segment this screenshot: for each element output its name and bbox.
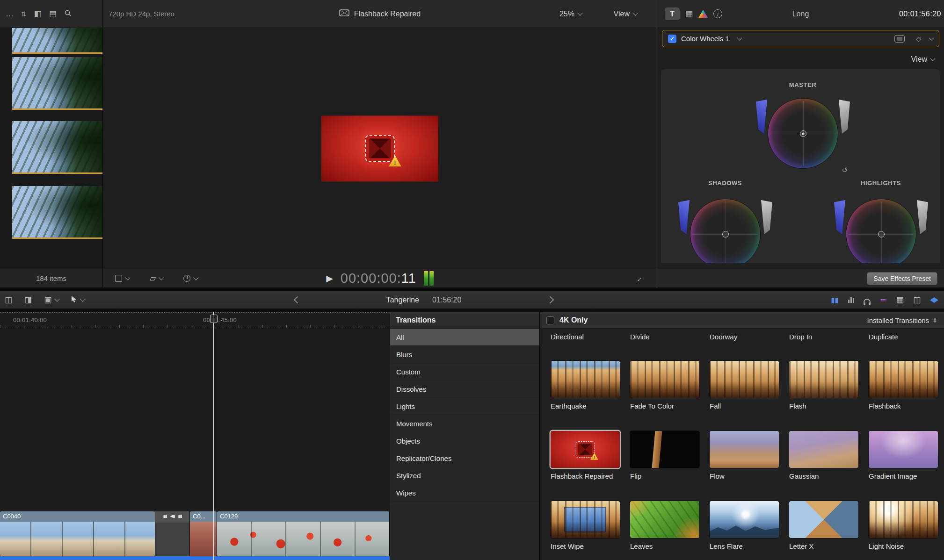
effect-row-color-wheels[interactable]: ✓ Color Wheels 1 ◇ <box>662 30 939 47</box>
highlights-color-wheel[interactable] <box>841 194 921 263</box>
previous-project-icon[interactable] <box>294 296 301 304</box>
tool-select-menu[interactable] <box>71 294 85 305</box>
text-inspector-tab[interactable]: T <box>665 7 680 20</box>
category-all[interactable]: All <box>390 329 539 346</box>
filmstrip-view-icon[interactable]: ▤ <box>49 10 57 18</box>
category-replicator-clones[interactable]: Replicator/Clones <box>390 450 539 467</box>
skimming-icon[interactable]: ▮▮ <box>831 296 839 304</box>
category-movements[interactable]: Movements <box>390 415 539 432</box>
timeline-index-icon[interactable]: ◫ <box>5 296 12 304</box>
transition-item[interactable]: Gradient Image <box>869 431 938 501</box>
zoom-menu[interactable]: 25% <box>559 10 582 18</box>
transition-item[interactable]: Flip <box>630 431 699 501</box>
transition-item[interactable]: Flash <box>789 361 858 431</box>
clip-appearance-icon[interactable]: ▦ <box>896 296 904 304</box>
fullscreen-icon[interactable]: ↔ <box>632 272 645 284</box>
saturation-handle[interactable] <box>756 98 767 134</box>
saturation-handle[interactable] <box>834 199 845 234</box>
transition-item[interactable]: Flow <box>710 431 779 501</box>
transition-label[interactable]: Directional <box>551 333 630 341</box>
transition-label[interactable]: Doorway <box>710 333 789 341</box>
brightness-handle[interactable] <box>839 98 850 134</box>
play-button[interactable]: ▶ <box>326 273 333 284</box>
timeline[interactable]: 00:01:40:00 00:01:45:00 C0040 ▮▮ ◀▮ ▮▮ C… <box>0 312 390 560</box>
category-stylized[interactable]: Stylized <box>390 467 539 484</box>
category-wipes[interactable]: Wipes <box>390 484 539 502</box>
master-color-wheel[interactable]: ↺ <box>763 93 843 173</box>
transition-item[interactable]: Letter X <box>789 501 858 560</box>
sort-updown-icon[interactable]: ⇅ <box>21 11 27 17</box>
snapping-icon[interactable]: ≕ <box>880 296 887 304</box>
distort-tool-menu[interactable]: ▱ <box>150 274 163 282</box>
transition-item[interactable]: Flashback <box>869 361 938 431</box>
color-inspector: ✓ Color Wheels 1 ◇ View MASTER SHADOWS H… <box>657 28 944 269</box>
transition-item[interactable]: Leaves <box>630 501 699 560</box>
next-project-icon[interactable] <box>547 296 554 304</box>
category-custom[interactable]: Custom <box>390 363 539 381</box>
effect-enable-checkbox[interactable]: ✓ <box>668 35 676 43</box>
save-effects-preset-button[interactable]: Save Effects Preset <box>867 272 937 285</box>
wheels-view-menu[interactable]: View <box>911 55 935 64</box>
playhead[interactable] <box>213 312 214 560</box>
audio-meter-icon[interactable] <box>848 297 854 303</box>
category-objects[interactable]: Objects <box>390 432 539 450</box>
brightness-handle[interactable] <box>917 199 928 234</box>
transition-item[interactable]: Gaussian <box>789 431 858 501</box>
color-inspector-tab[interactable] <box>698 10 708 18</box>
append-clip-menu[interactable]: ▣ <box>44 296 59 304</box>
browser-clip-thumbnail[interactable] <box>12 57 102 110</box>
transition-item[interactable]: Lens Flare <box>710 501 779 560</box>
installed-transitions-menu[interactable]: Installed Transitions ⇕ <box>867 316 937 324</box>
inspector-header: T ▦ i Long 00:01:56:20 <box>657 0 944 28</box>
missing-media-icon: ! <box>576 441 595 458</box>
timeline-clip[interactable]: C0129 <box>217 511 390 556</box>
browser-clip-thumbnail[interactable] <box>12 186 102 239</box>
effect-mask-icon[interactable] <box>894 35 905 43</box>
transition-label[interactable]: Divide <box>630 333 710 341</box>
crop-tool-menu[interactable] <box>115 275 130 282</box>
generator-inspector-tab[interactable]: ▦ <box>685 9 693 19</box>
category-dissolves[interactable]: Dissolves <box>390 381 539 398</box>
shadows-color-wheel[interactable] <box>685 194 765 263</box>
transition-item[interactable]: Earthquake <box>551 361 620 431</box>
transition-label[interactable]: Drop In <box>789 333 869 341</box>
transition-item[interactable]: Inset Wipe <box>551 501 620 560</box>
audio-meters[interactable] <box>424 271 434 286</box>
timeline-clip[interactable]: C0040 <box>0 511 155 556</box>
search-icon[interactable] <box>64 9 72 18</box>
reset-icon[interactable]: ↺ <box>842 166 848 174</box>
color-wheel-puck[interactable] <box>800 130 806 137</box>
viewer-view-menu[interactable]: View <box>614 10 637 18</box>
more-menu-icon[interactable]: … <box>6 10 14 18</box>
transition-item-selected[interactable]: ! Flashback Repaired <box>551 431 620 501</box>
transition-browser-icon[interactable] <box>930 297 938 303</box>
transition-label[interactable]: Duplicate <box>869 333 944 341</box>
effect-name: Color Wheels 1 <box>681 35 729 43</box>
saturation-handle[interactable] <box>678 199 690 234</box>
transition-item[interactable]: Fall <box>710 361 779 431</box>
4k-only-checkbox[interactable] <box>546 316 554 324</box>
info-inspector-tab[interactable]: i <box>713 9 722 18</box>
timeline-ruler[interactable]: 00:01:40:00 00:01:45:00 <box>0 312 390 328</box>
browser-clip-thumbnail[interactable] <box>12 28 102 54</box>
transition-item[interactable]: Fade To Color <box>630 361 699 431</box>
brightness-handle[interactable] <box>761 199 772 234</box>
duplicate-icon[interactable]: ◫ <box>913 296 921 304</box>
browser-clip-thumbnail[interactable] <box>12 121 102 174</box>
color-wheel-puck[interactable] <box>722 231 729 237</box>
keyframe-icon[interactable]: ◇ <box>916 35 921 43</box>
category-blurs[interactable]: Blurs <box>390 346 539 363</box>
inset-wipe-rect <box>565 508 605 531</box>
playhead-handle[interactable] <box>210 315 218 323</box>
category-lights[interactable]: Lights <box>390 398 539 415</box>
chevron-down-icon[interactable] <box>929 35 934 40</box>
audio-monitor-icon[interactable] <box>864 299 871 303</box>
timeline-clip-disabled[interactable]: ▮▮ ◀▮ ▮▮ <box>155 511 190 556</box>
insert-clip-icon[interactable]: ◨ <box>24 296 32 304</box>
transition-item[interactable]: Light Noise <box>869 501 938 560</box>
bottom-row: 00:01:40:00 00:01:45:00 C0040 ▮▮ ◀▮ ▮▮ C… <box>0 312 944 560</box>
color-wheel-puck[interactable] <box>878 231 885 237</box>
sidebar-toggle-icon[interactable]: ◧ <box>34 10 42 18</box>
project-title[interactable]: Tangerine 01:56:20 <box>386 296 462 304</box>
retime-tool-menu[interactable] <box>183 275 198 282</box>
